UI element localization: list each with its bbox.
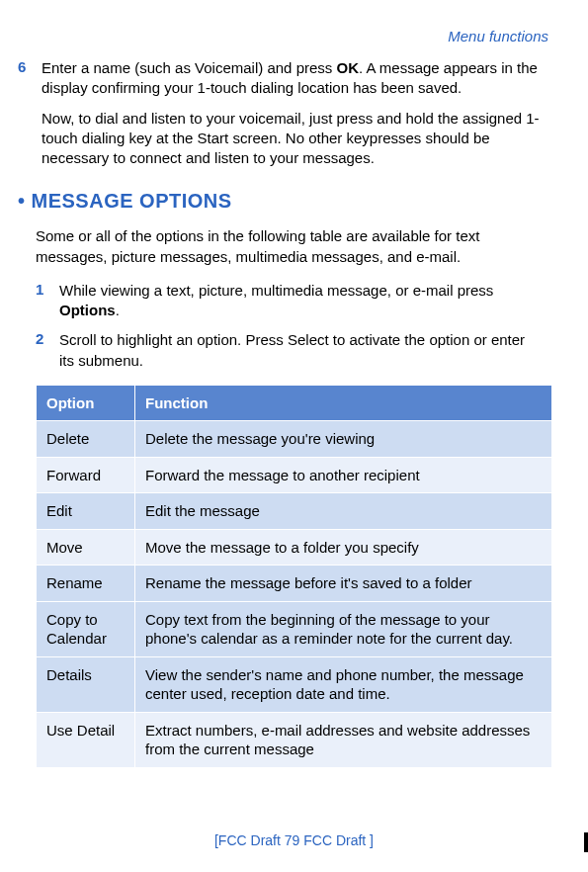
step-text: Scroll to highlight an option. Press Sel… bbox=[59, 330, 533, 371]
table-header-row: Option Function bbox=[37, 385, 552, 421]
numbered-list: 1 While viewing a text, picture, multime… bbox=[18, 281, 552, 371]
section-title-text: MESSAGE OPTIONS bbox=[32, 190, 232, 212]
step1-part0: While viewing a text, picture, multimedi… bbox=[59, 282, 493, 299]
cell-function: Delete the message you're viewing bbox=[135, 421, 552, 458]
table-row: MoveMove the message to a folder you spe… bbox=[37, 529, 552, 566]
step-text: Enter a name (such as Voicemail) and pre… bbox=[42, 58, 552, 99]
step-number: 6 bbox=[18, 58, 42, 99]
cell-function: Extract numbers, e-mail addresses and we… bbox=[135, 712, 552, 767]
step6-part0: Enter a name (such as Voicemail) and pre… bbox=[42, 59, 336, 76]
cell-option: Move bbox=[37, 529, 135, 566]
cell-option: Forward bbox=[37, 457, 135, 493]
step-2: 2 Scroll to highlight an option. Press S… bbox=[36, 330, 552, 371]
step1-part2: . bbox=[116, 302, 120, 318]
table-row: Copy to CalendarCopy text from the begin… bbox=[37, 601, 552, 656]
cell-option: Rename bbox=[37, 566, 135, 602]
table-row: RenameRename the message before it's sav… bbox=[37, 566, 552, 602]
cell-function: Move the message to a folder you specify bbox=[135, 529, 552, 566]
cell-function: Forward the message to another recipient bbox=[135, 457, 552, 493]
cell-function: View the sender's name and phone number,… bbox=[135, 656, 552, 712]
page-footer: [FCC Draft 79 FCC Draft ] bbox=[0, 832, 588, 848]
cell-option: Delete bbox=[37, 421, 135, 458]
header-function: Function bbox=[135, 385, 552, 421]
step2-part0: Scroll to highlight an option. Press Sel… bbox=[59, 331, 525, 368]
step-1: 1 While viewing a text, picture, multime… bbox=[36, 281, 552, 321]
step-number: 1 bbox=[36, 281, 59, 321]
table-row: Use DetailExtract numbers, e-mail addres… bbox=[37, 712, 552, 767]
step-number: 2 bbox=[36, 330, 59, 371]
table-row: DetailsView the sender's name and phone … bbox=[37, 656, 552, 712]
step-6-continuation: Now, to dial and listen to your voicemai… bbox=[42, 109, 552, 169]
cell-option: Use Detail bbox=[37, 712, 135, 767]
cell-function: Copy text from the beginning of the mess… bbox=[135, 601, 552, 656]
page-edge-mark bbox=[584, 832, 588, 852]
options-table: Option Function DeleteDelete the message… bbox=[36, 385, 552, 768]
running-header: Menu functions bbox=[18, 28, 552, 44]
bullet-icon: • bbox=[18, 190, 26, 212]
cell-function: Edit the message bbox=[135, 493, 552, 530]
table-row: DeleteDelete the message you're viewing bbox=[37, 421, 552, 458]
section-intro: Some or all of the options in the follow… bbox=[36, 226, 552, 267]
table-row: ForwardForward the message to another re… bbox=[37, 457, 552, 493]
section-heading: •MESSAGE OPTIONS bbox=[18, 190, 552, 213]
header-option: Option bbox=[37, 385, 135, 421]
cell-option: Copy to Calendar bbox=[37, 601, 135, 656]
cell-option: Edit bbox=[37, 493, 135, 530]
cell-function: Rename the message before it's saved to … bbox=[135, 566, 552, 602]
cell-option: Details bbox=[37, 656, 135, 712]
step-text: While viewing a text, picture, multimedi… bbox=[59, 281, 533, 321]
step1-bold: Options bbox=[59, 302, 116, 318]
table-row: EditEdit the message bbox=[37, 493, 552, 530]
step6-bold: OK bbox=[336, 59, 359, 76]
step-6: 6 Enter a name (such as Voicemail) and p… bbox=[18, 58, 552, 99]
